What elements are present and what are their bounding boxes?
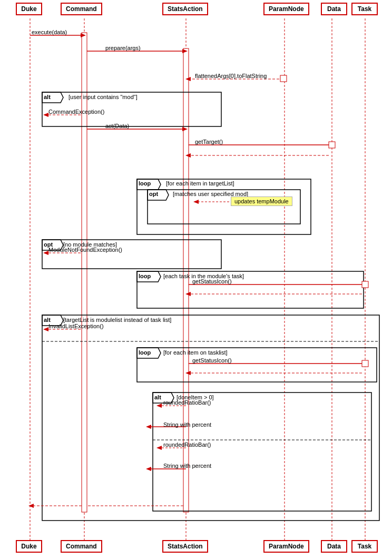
svg-marker-42 — [185, 292, 191, 296]
svg-rect-40 — [362, 281, 368, 288]
fragment-guard-opt2: [no module matches] — [63, 241, 117, 248]
svg-rect-43 — [42, 315, 379, 521]
svg-marker-20 — [182, 127, 188, 131]
arrow-label-commandexception: CommandException() — [48, 109, 104, 115]
lifeline-task-top: Task — [351, 3, 378, 15]
svg-rect-6 — [82, 33, 87, 512]
arrow-label-execute: execute(data) — [32, 29, 67, 35]
svg-rect-52 — [362, 360, 368, 367]
svg-marker-13 — [185, 77, 191, 81]
svg-rect-23 — [329, 142, 335, 148]
arrow-label-getstatusicon2: getStatusIcon() — [192, 357, 232, 364]
svg-rect-14 — [280, 75, 287, 82]
lifeline-data-top: Data — [321, 3, 347, 15]
arrow-label-flattened: flattenedArgs[0].toFlatString — [195, 73, 267, 79]
lifeline-command-top: Command — [61, 3, 102, 15]
fragment-label-alt3: alt — [154, 394, 161, 400]
arrow-label-string1: String with percent — [163, 421, 211, 428]
fragment-label-alt2: alt — [44, 317, 51, 323]
fragment-label-opt2: opt — [44, 241, 53, 248]
fragment-label-loop3: loop — [139, 349, 151, 356]
arrow-label-invalidlist: InvalidListException() — [48, 323, 104, 329]
fragment-label-alt1: alt — [44, 94, 51, 100]
lifeline-statsaction-bottom: StatsAction — [162, 540, 208, 553]
fragment-guard-alt1: [user input contains "mod"] — [68, 94, 138, 100]
fragment-guard-loop3: [for each item on tasklist] — [163, 349, 228, 356]
svg-marker-22 — [329, 143, 335, 147]
lifeline-duke-top: Duke — [16, 3, 42, 15]
svg-rect-26 — [137, 179, 311, 234]
svg-marker-60 — [146, 425, 151, 429]
fragment-guard-loop2: [each task in the module's task] — [163, 273, 244, 279]
svg-marker-65 — [146, 467, 151, 471]
arrow-label-gettarget: getTarget() — [195, 139, 223, 145]
fragment-guard-loop1: [for each item in targetList] — [166, 180, 234, 187]
arrow-label-act: act(Data) — [105, 123, 129, 129]
svg-marker-39 — [362, 282, 368, 287]
svg-marker-46 — [43, 327, 48, 331]
lifeline-command-bottom: Command — [61, 540, 102, 553]
lifeline-duke-bottom: Duke — [16, 540, 42, 553]
svg-marker-31 — [193, 200, 199, 204]
arrow-label-roundedratio2: roundedRatioBar() — [163, 442, 211, 448]
svg-marker-58 — [156, 404, 162, 408]
svg-marker-35 — [43, 251, 48, 255]
svg-rect-55 — [153, 393, 371, 511]
fragment-label-loop1: loop — [139, 180, 151, 187]
fragment-label-loop2: loop — [139, 273, 151, 279]
fragment-guard-alt2: [targetList is modulelist instead of tas… — [63, 317, 171, 323]
svg-marker-9 — [81, 33, 86, 37]
svg-marker-63 — [156, 446, 162, 450]
svg-marker-67 — [28, 504, 34, 508]
fragment-label-opt1: opt — [149, 191, 158, 197]
lifeline-statsaction-top: StatsAction — [162, 3, 208, 15]
lifeline-task-bottom: Task — [351, 540, 378, 553]
lifeline-paramnode-top: ParamNode — [263, 3, 309, 15]
arrow-label-prepare: prepare(args) — [105, 45, 141, 51]
lifeline-paramnode-bottom: ParamNode — [263, 540, 309, 553]
sequence-diagram: Duke Command StatsAction ParamNode Data … — [0, 0, 392, 559]
lifeline-data-bottom: Data — [321, 540, 347, 553]
arrow-label-string2: String with percent — [163, 463, 211, 469]
fragment-guard-alt3: [doneItem > 0] — [177, 394, 214, 400]
svg-marker-25 — [185, 153, 191, 158]
svg-marker-51 — [362, 361, 368, 366]
svg-marker-18 — [43, 113, 48, 117]
svg-marker-54 — [185, 371, 191, 375]
svg-marker-11 — [182, 49, 188, 53]
note-updates-tempmodule: updates tempModule — [231, 197, 292, 206]
